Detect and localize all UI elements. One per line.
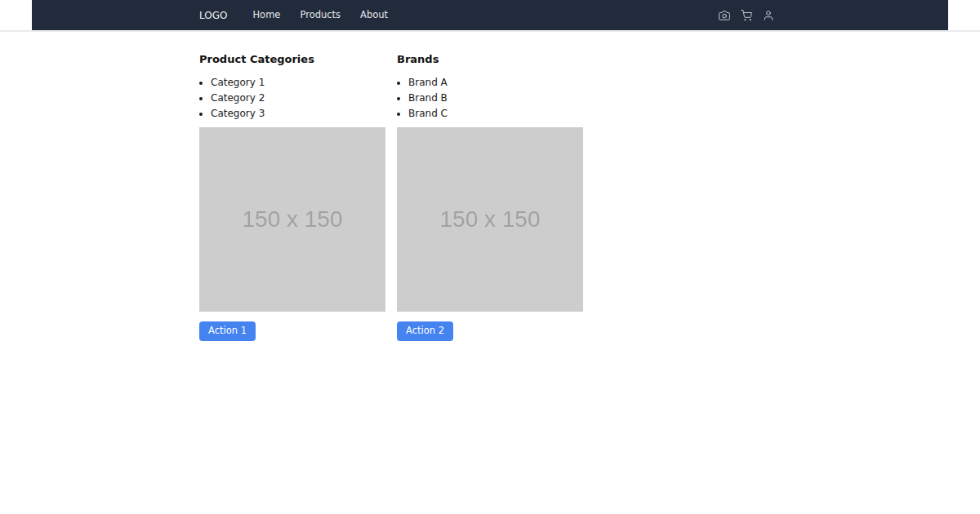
user-icon[interactable]	[763, 10, 774, 21]
list-item: Category 1	[211, 75, 385, 91]
placeholder-label: 150 x 150	[243, 206, 343, 233]
nav-link-home[interactable]: Home	[252, 11, 280, 20]
main-content: Product Categories Category 1 Category 2…	[199, 54, 781, 341]
list-item: Category 3	[211, 106, 385, 122]
list-item: Brand B	[408, 91, 583, 106]
action-1-button[interactable]: Action 1	[199, 321, 256, 341]
placeholder-image: 150 x 150	[199, 127, 385, 312]
action-2-button[interactable]: Action 2	[397, 321, 453, 341]
header: LOGO Home Products About	[0, 0, 980, 32]
category-list: Category 1 Category 2 Category 3	[199, 75, 385, 122]
placeholder-label: 150 x 150	[440, 206, 541, 233]
logo[interactable]: LOGO	[199, 11, 227, 20]
camera-icon[interactable]	[719, 10, 730, 21]
list-item: Category 2	[211, 91, 385, 106]
section-product-categories: Product Categories Category 1 Category 2…	[199, 54, 385, 341]
section-title: Product Categories	[199, 54, 385, 64]
brand-list: Brand A Brand B Brand C	[397, 75, 583, 122]
navbar-left: LOGO Home Products About	[199, 11, 408, 20]
list-item: Brand A	[408, 75, 583, 91]
shopping-cart-icon[interactable]	[741, 10, 752, 21]
section-brands: Brands Brand A Brand B Brand C 150 x 150…	[397, 54, 583, 341]
placeholder-image: 150 x 150	[397, 127, 583, 312]
navbar-inner: LOGO Home Products About	[199, 10, 781, 21]
navbar-icons	[719, 10, 781, 21]
section-title: Brands	[397, 54, 583, 64]
list-item: Brand C	[408, 106, 583, 122]
nav-link-products[interactable]: Products	[300, 11, 341, 20]
navbar: LOGO Home Products About	[32, 0, 948, 30]
nav-link-about[interactable]: About	[360, 11, 388, 20]
